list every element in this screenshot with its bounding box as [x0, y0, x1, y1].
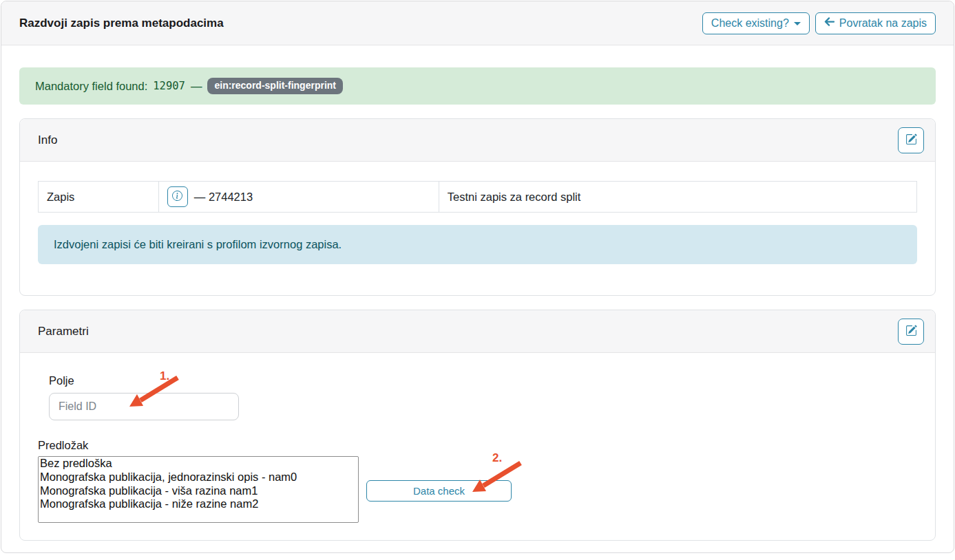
- record-id-cell: — 2744213: [158, 182, 439, 213]
- check-existing-label: Check existing?: [711, 17, 789, 30]
- fingerprint-badge: ein:record-split-fingerprint: [207, 78, 343, 94]
- mandatory-field-number: 12907: [153, 78, 185, 94]
- info-edit-button[interactable]: [898, 127, 924, 153]
- record-label-cell: Zapis: [39, 182, 159, 213]
- params-card: Parametri Polje Predložak: [19, 310, 936, 541]
- record-table: Zapis: [38, 181, 917, 213]
- annotation-arrow-icon: [125, 373, 183, 411]
- edit-icon: [905, 325, 917, 338]
- info-card-header: Info: [20, 119, 935, 162]
- template-label: Predložak: [38, 438, 917, 453]
- params-card-title: Parametri: [38, 325, 89, 338]
- info-alert: Izdvojeni zapisi će biti kreirani s prof…: [38, 225, 917, 264]
- edit-icon: [905, 133, 917, 147]
- info-card-title: Info: [38, 133, 57, 147]
- annotation-arrow-icon: [468, 458, 526, 497]
- arrow-left-icon: [824, 17, 835, 30]
- template-option[interactable]: Monografska publikacija - viša razina na…: [39, 484, 358, 498]
- back-to-record-button[interactable]: Povratak na zapis: [815, 12, 936, 34]
- params-card-header: Parametri: [20, 310, 935, 353]
- check-existing-button[interactable]: Check existing?: [702, 12, 810, 34]
- header-actions: Check existing? Povratak na zapis: [702, 12, 936, 34]
- template-listbox[interactable]: Bez predloškaMonografska publikacija, je…: [38, 456, 359, 523]
- params-edit-button[interactable]: [898, 319, 924, 345]
- params-card-body: Polje Predložak Bez predloškaMonografska…: [20, 353, 935, 540]
- record-info-button[interactable]: [167, 186, 188, 207]
- success-alert: Mandatory field found: 12907 — ein:recor…: [19, 67, 936, 105]
- dash-separator: —: [191, 78, 202, 94]
- template-option[interactable]: Monografska publikacija, jednorazinski o…: [39, 471, 358, 484]
- template-option[interactable]: Bez predloška: [39, 457, 358, 471]
- main-content: Mandatory field found: 12907 — ein:recor…: [1, 45, 954, 553]
- app-window: Razdvoji zapis prema metapodacima Check …: [1, 1, 954, 553]
- caret-down-icon: [794, 22, 801, 25]
- record-title-cell: Testni zapis za record split: [439, 182, 916, 213]
- record-id-text: — 2744213: [194, 191, 253, 204]
- page-title: Razdvoji zapis prema metapodacima: [19, 17, 224, 30]
- info-circle-icon: [172, 191, 182, 203]
- page-header: Razdvoji zapis prema metapodacima Check …: [1, 1, 954, 45]
- info-card: Info Zapis: [19, 118, 936, 296]
- success-alert-text: Mandatory field found:: [35, 78, 147, 94]
- back-to-record-label: Povratak na zapis: [839, 17, 927, 30]
- table-row: Zapis: [39, 182, 917, 213]
- template-option[interactable]: Monografska publikacija - niže razine na…: [39, 497, 358, 511]
- info-card-body: Zapis: [20, 162, 935, 295]
